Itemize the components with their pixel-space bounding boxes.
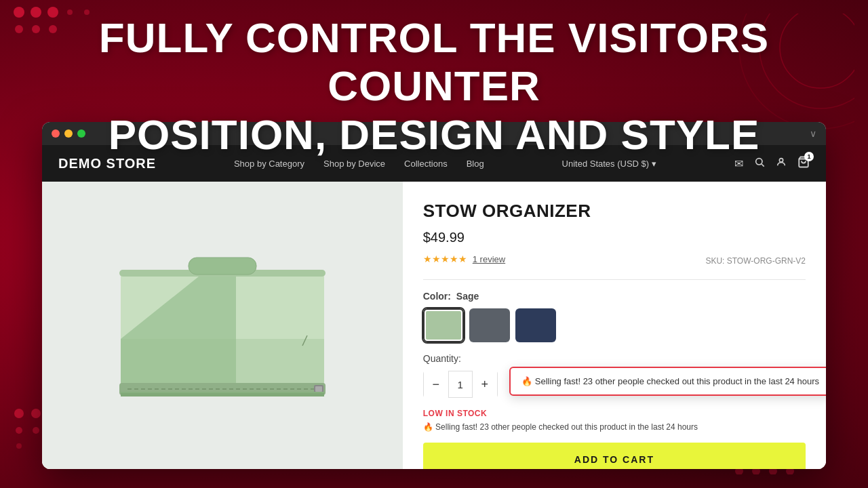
nav-collections[interactable]: Collections (404, 159, 448, 169)
nav-shop-category[interactable]: Shop by Category (234, 159, 304, 169)
svg-rect-41 (189, 258, 256, 274)
browser-window: ∨ DEMO STORE Shop by Category Shop by De… (42, 122, 826, 469)
rating-row: ★★★★★ 1 review SKU: STOW-ORG-GRN-V2 (423, 253, 806, 267)
mail-icon[interactable]: ✉ (734, 157, 743, 170)
color-swatches (423, 308, 806, 342)
color-swatch-charcoal[interactable] (469, 308, 510, 342)
color-label: Color: Sage (423, 291, 806, 302)
selling-fast-inline: 🔥 Selling fast! 23 other people checked … (423, 422, 806, 432)
product-image-container (100, 230, 344, 420)
svg-point-14 (33, 427, 39, 434)
svg-point-11 (14, 409, 24, 418)
svg-point-27 (779, 159, 783, 162)
svg-rect-36 (315, 386, 322, 392)
quantity-control: − 1 + (423, 371, 498, 398)
color-swatch-sage[interactable] (423, 308, 464, 342)
quantity-value: 1 (448, 371, 473, 397)
svg-point-12 (31, 409, 41, 418)
product-title: STOW ORGANIZER (423, 201, 806, 222)
product-details: STOW ORGANIZER $49.99 ★★★★★ 1 review SKU… (403, 182, 826, 469)
svg-point-25 (756, 159, 762, 165)
quantity-label: Quantity: (423, 353, 806, 364)
product-image-section (42, 182, 403, 469)
notification-text: 🔥 Selling fast! 23 other people checked … (521, 376, 819, 386)
color-swatch-navy[interactable] (515, 308, 556, 342)
quantity-increase-button[interactable]: + (473, 371, 497, 398)
color-selected-value: Sage (456, 291, 479, 302)
sku-area: SKU: STOW-ORG-GRN-V2 (705, 254, 806, 266)
svg-point-15 (16, 443, 22, 449)
review-count[interactable]: 1 review (473, 254, 505, 264)
svg-line-26 (762, 164, 764, 167)
color-section: Color: Sage (423, 291, 806, 342)
svg-point-13 (16, 427, 22, 434)
product-area: STOW ORGANIZER $49.99 ★★★★★ 1 review SKU… (42, 182, 826, 469)
product-price: $49.99 (423, 230, 806, 245)
product-rating: ★★★★★ 1 review (423, 253, 505, 264)
headline-line1: FULLY CONTROL THE VISITORS COUNTER (99, 14, 769, 109)
low-stock-badge: LOW IN STOCK (423, 409, 806, 418)
svg-rect-39 (121, 393, 324, 396)
floating-notification: 🔥 Selling fast! 23 other people checked … (509, 367, 826, 396)
sku-label: SKU: STOW-ORG-GRN-V2 (705, 256, 806, 266)
divider (423, 279, 806, 280)
quantity-decrease-button[interactable]: − (424, 371, 448, 398)
nav-region-selector[interactable]: United States (USD $) ▾ (562, 159, 657, 169)
headline-line2: POSITION, DESIGN AND STYLE (108, 111, 760, 158)
add-to-cart-button[interactable]: ADD TO CART (423, 443, 806, 469)
nav-shop-device[interactable]: Shop by Device (323, 159, 385, 169)
headline: FULLY CONTROL THE VISITORS COUNTER POSIT… (0, 14, 868, 159)
search-icon[interactable] (754, 157, 765, 170)
user-icon[interactable] (776, 157, 787, 170)
nav-blog[interactable]: Blog (467, 159, 484, 169)
rating-stars: ★★★★★ (423, 253, 467, 264)
product-image-svg (100, 230, 344, 420)
nav-links: Shop by Category Shop by Device Collecti… (234, 159, 484, 169)
chevron-down-icon: ▾ (652, 159, 656, 169)
